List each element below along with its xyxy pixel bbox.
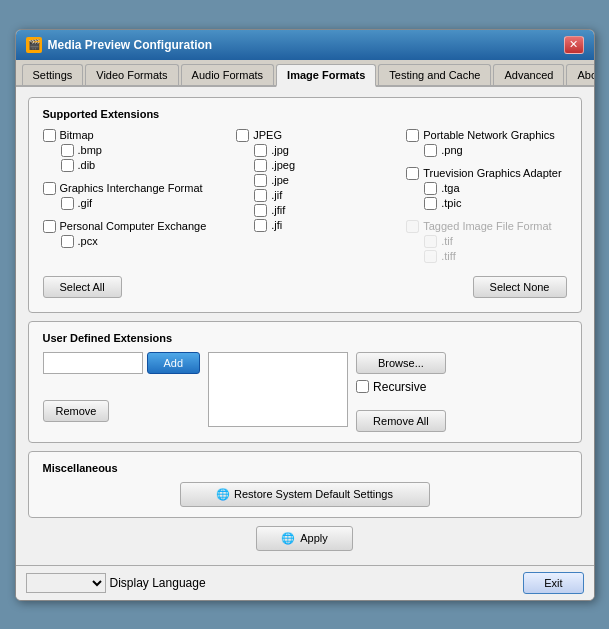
jpe-check[interactable]: .jpe xyxy=(236,173,376,188)
png-checkbox[interactable] xyxy=(424,144,437,157)
tga-checkbox[interactable] xyxy=(424,182,437,195)
add-button[interactable]: Add xyxy=(147,352,201,374)
jpeg-parent-check[interactable]: JPEG xyxy=(236,128,376,143)
jpeg-parent-checkbox[interactable] xyxy=(236,129,249,142)
png-parent-label: Portable Network Graphics xyxy=(423,129,554,141)
tga-check[interactable]: .tga xyxy=(406,181,561,196)
tif-check: .tif xyxy=(406,234,561,249)
jpe-label: .jpe xyxy=(271,174,289,186)
apply-label: Apply xyxy=(300,532,328,544)
tiff-parent-check: Tagged Image File Format xyxy=(406,219,561,234)
png-parent-check[interactable]: Portable Network Graphics xyxy=(406,128,561,143)
tga-parent-checkbox[interactable] xyxy=(406,167,419,180)
tpic-checkbox[interactable] xyxy=(424,197,437,210)
dib-label: .dib xyxy=(78,159,96,171)
tpic-check[interactable]: .tpic xyxy=(406,196,561,211)
pcx-check[interactable]: .pcx xyxy=(43,234,207,249)
bmp-label: .bmp xyxy=(78,144,102,156)
select-none-button[interactable]: Select None xyxy=(473,276,567,298)
close-button[interactable]: ✕ xyxy=(564,36,584,54)
list-area xyxy=(208,352,348,427)
recursive-row: Recursive xyxy=(356,380,446,394)
pcx-label: .pcx xyxy=(78,235,98,247)
png-label: .png xyxy=(441,144,462,156)
jpeg-label: .jpeg xyxy=(271,159,295,171)
content-area: Supported Extensions Bitmap .bmp xyxy=(16,87,594,565)
footer: Display Language Exit xyxy=(16,565,594,600)
jpg-check[interactable]: .jpg xyxy=(236,143,376,158)
tabs-row: Settings Video Formats Audio Formats Ima… xyxy=(16,60,594,87)
pcx-parent-checkbox[interactable] xyxy=(43,220,56,233)
restore-button[interactable]: 🌐 Restore System Default Settings xyxy=(180,482,430,507)
remove-button[interactable]: Remove xyxy=(43,400,110,422)
png-parent-checkbox[interactable] xyxy=(406,129,419,142)
col3: Portable Network Graphics .png Truevisio… xyxy=(406,128,561,270)
dib-checkbox[interactable] xyxy=(61,159,74,172)
jfif-checkbox[interactable] xyxy=(254,204,267,217)
pcx-group: Personal Computer Exchange .pcx xyxy=(43,219,207,249)
gif-parent-checkbox[interactable] xyxy=(43,182,56,195)
tab-image-formats[interactable]: Image Formats xyxy=(276,64,376,87)
main-window: 🎬 Media Preview Configuration ✕ Settings… xyxy=(15,29,595,601)
jpeg-checkbox[interactable] xyxy=(254,159,267,172)
exit-button[interactable]: Exit xyxy=(523,572,583,594)
browse-button[interactable]: Browse... xyxy=(356,352,446,374)
tga-parent-label: Truevision Graphics Adapter xyxy=(423,167,561,179)
tab-video-formats[interactable]: Video Formats xyxy=(85,64,178,85)
col1: Bitmap .bmp .dib xyxy=(43,128,207,270)
select-all-button[interactable]: Select All xyxy=(43,276,122,298)
jpeg-group: JPEG .jpg .jpeg .jpe xyxy=(236,128,376,233)
gif-parent-check[interactable]: Graphics Interchange Format xyxy=(43,181,207,196)
bmp-checkbox[interactable] xyxy=(61,144,74,157)
tiff-label: .tiff xyxy=(441,250,455,262)
user-ext-row: Add Remove Browse... Recursive xyxy=(43,352,567,432)
tab-settings[interactable]: Settings xyxy=(22,64,84,85)
tiff-check: .tiff xyxy=(406,249,561,264)
bitmap-checkbox[interactable] xyxy=(43,129,56,142)
apply-btn-row: 🌐 Apply xyxy=(28,526,582,551)
tab-audio-formats[interactable]: Audio Formats xyxy=(181,64,275,85)
supported-extensions-label: Supported Extensions xyxy=(43,108,567,120)
tga-parent-check[interactable]: Truevision Graphics Adapter xyxy=(406,166,561,181)
col2: JPEG .jpg .jpeg .jpe xyxy=(236,128,376,270)
bitmap-check[interactable]: Bitmap xyxy=(43,128,207,143)
gif-checkbox[interactable] xyxy=(61,197,74,210)
language-dropdown[interactable] xyxy=(26,573,106,593)
jfif-check[interactable]: .jfif xyxy=(236,203,376,218)
jif-label: .jif xyxy=(271,189,282,201)
jif-check[interactable]: .jif xyxy=(236,188,376,203)
remove-all-button[interactable]: Remove All xyxy=(356,410,446,432)
jif-checkbox[interactable] xyxy=(254,189,267,202)
bitmap-label: Bitmap xyxy=(60,129,94,141)
extension-input[interactable] xyxy=(43,352,143,374)
tpic-label: .tpic xyxy=(441,197,461,209)
apply-button[interactable]: 🌐 Apply xyxy=(256,526,353,551)
tif-checkbox xyxy=(424,235,437,248)
tiff-group: Tagged Image File Format .tif .tiff xyxy=(406,219,561,264)
gif-parent-label: Graphics Interchange Format xyxy=(60,182,203,194)
pcx-checkbox[interactable] xyxy=(61,235,74,248)
jfi-check[interactable]: .jfi xyxy=(236,218,376,233)
language-label: Display Language xyxy=(110,576,206,590)
extension-list[interactable] xyxy=(208,352,348,427)
pcx-parent-check[interactable]: Personal Computer Exchange xyxy=(43,219,207,234)
recursive-checkbox[interactable] xyxy=(356,380,369,393)
tab-about[interactable]: About... xyxy=(566,64,594,85)
language-select-row: Display Language xyxy=(26,573,206,593)
miscellaneous-section: Miscellaneous 🌐 Restore System Default S… xyxy=(28,451,582,518)
input-add-col: Add Remove xyxy=(43,352,201,422)
right-col-btns: Browse... Recursive Remove All xyxy=(356,352,446,432)
user-defined-extensions-section: User Defined Extensions Add Remove Brows… xyxy=(28,321,582,443)
tab-advanced[interactable]: Advanced xyxy=(493,64,564,85)
tab-testing-cache[interactable]: Testing and Cache xyxy=(378,64,491,85)
png-check[interactable]: .png xyxy=(406,143,561,158)
jpe-checkbox[interactable] xyxy=(254,174,267,187)
jpeg-check[interactable]: .jpeg xyxy=(236,158,376,173)
bmp-check[interactable]: .bmp xyxy=(43,143,207,158)
jfi-checkbox[interactable] xyxy=(254,219,267,232)
gif-check[interactable]: .gif xyxy=(43,196,207,211)
gif-group: Graphics Interchange Format .gif xyxy=(43,181,207,211)
dib-check[interactable]: .dib xyxy=(43,158,207,173)
tiff-checkbox xyxy=(424,250,437,263)
jpg-checkbox[interactable] xyxy=(254,144,267,157)
